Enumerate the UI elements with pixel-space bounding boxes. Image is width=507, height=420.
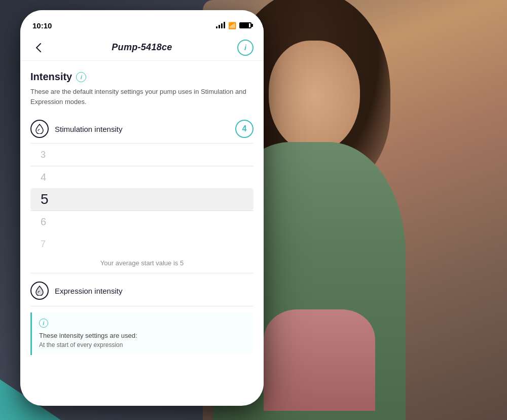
signal-bar-4	[224, 22, 225, 28]
phone-wrapper: 10:10 📶 Pump-5418ce	[20, 10, 269, 411]
picker-divider-bottom	[30, 211, 254, 211]
page-title: Pump-5418ce	[112, 42, 172, 53]
expression-drop-icon	[30, 282, 49, 300]
battery-fill	[240, 23, 249, 27]
picker-item-7[interactable]: 7	[30, 233, 254, 255]
info-box-main-text: These intensity settings are used:	[39, 331, 246, 341]
picker-item-6[interactable]: 6	[30, 211, 254, 233]
info-box-icon: i	[39, 319, 48, 328]
person-face	[269, 41, 360, 152]
stimulation-current-value: 4	[242, 124, 247, 133]
status-time: 10:10	[32, 21, 52, 30]
info-box-i: i	[43, 321, 45, 326]
section-header: Intensity i	[30, 71, 254, 83]
signal-bar-2	[219, 25, 220, 28]
section-title: Intensity	[30, 71, 72, 83]
phone-content: Intensity i These are the default intens…	[20, 61, 264, 406]
person-inner-clothing	[264, 309, 375, 411]
back-button[interactable]	[30, 40, 47, 56]
picker-item-3[interactable]: 3	[30, 144, 254, 166]
section-description: These are the default intensity settings…	[30, 87, 254, 107]
stimulation-drop-icon	[30, 120, 49, 138]
picker-divider-top	[30, 166, 254, 166]
status-icons: 📶	[216, 22, 251, 29]
info-box: i These intensity settings are used: At …	[30, 312, 254, 355]
signal-icon	[216, 22, 225, 28]
signal-bar-1	[216, 26, 218, 28]
stimulation-value-badge: 4	[235, 120, 254, 138]
battery-icon	[239, 22, 251, 28]
average-text: Your average start value is 5	[30, 255, 254, 273]
signal-bar-3	[221, 23, 223, 28]
section-info-button[interactable]: i	[76, 72, 86, 82]
expression-label: Expression intensity	[55, 287, 254, 295]
stimulation-intensity-row: Stimulation intensity 4	[30, 115, 254, 144]
phone: 10:10 📶 Pump-5418ce	[20, 10, 264, 406]
wifi-icon: 📶	[228, 22, 236, 29]
scroll-picker[interactable]: 3 4 5 6 7	[20, 144, 264, 255]
section-info-icon: i	[81, 74, 82, 80]
info-icon: i	[244, 44, 246, 52]
status-bar: 10:10 📶	[20, 10, 264, 34]
picker-item-5-selected[interactable]: 5	[30, 188, 254, 211]
stimulation-label: Stimulation intensity	[55, 125, 229, 133]
nav-bar: Pump-5418ce i	[20, 34, 264, 61]
expression-intensity-row: Expression intensity	[30, 275, 254, 306]
picker-item-4[interactable]: 4	[30, 166, 254, 188]
info-button[interactable]: i	[237, 40, 254, 56]
info-box-sub-text: At the start of every expression	[39, 341, 246, 349]
info-box-header: i	[39, 319, 246, 328]
